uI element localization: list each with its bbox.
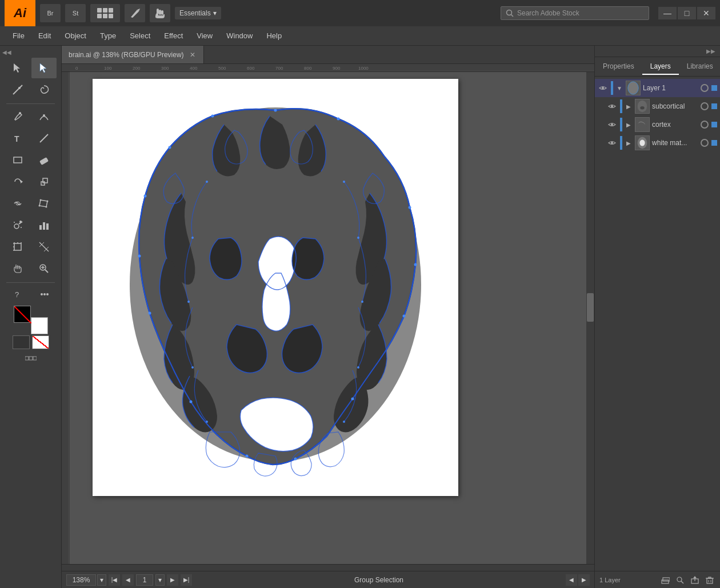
maximize-button[interactable]: □ [678, 7, 696, 19]
layer-eye-layer1[interactable] [597, 82, 609, 94]
scroll-thumb[interactable] [587, 293, 594, 322]
layer-expand-whitemat[interactable]: ▶ [625, 139, 633, 147]
magic-wand-tool[interactable] [5, 79, 30, 100]
prev-page-button[interactable]: ◀ [122, 574, 134, 586]
layer1-target-circle[interactable] [701, 84, 709, 92]
page-dropdown[interactable]: ▾ [155, 574, 165, 586]
delete-layer-icon[interactable] [704, 574, 715, 586]
layer-eye-whitemat[interactable] [606, 137, 618, 149]
vertical-scrollbar[interactable] [586, 72, 594, 564]
minimize-button[interactable]: — [658, 7, 677, 19]
layer-expand-cortex[interactable]: ▶ [625, 121, 633, 129]
scale-tool[interactable] [31, 171, 57, 192]
eraser-tool[interactable] [31, 150, 57, 170]
curvature-tool[interactable] [31, 106, 57, 127]
canvas-scroll-area[interactable] [62, 72, 594, 564]
subcortical-target-circle[interactable] [701, 102, 709, 110]
next-page-button[interactable]: ▶ [167, 574, 178, 586]
foreground-color-swatch[interactable] [14, 306, 31, 323]
layer-item-whitemat[interactable]: ▶ white mat... [595, 134, 720, 152]
tool-separator-2 [6, 282, 55, 283]
svg-rect-119 [709, 577, 711, 578]
layer-item-subcortical[interactable]: ▶ subcortical [595, 97, 720, 115]
background-color-swatch[interactable] [31, 317, 48, 334]
move-to-new-layer-icon[interactable] [689, 574, 701, 586]
menu-select[interactable]: Select [124, 29, 156, 42]
zoom-tool[interactable] [31, 258, 57, 279]
tab-properties[interactable]: Properties [595, 59, 642, 75]
artboard-icon [12, 241, 23, 253]
foreground-background-colors[interactable] [14, 306, 48, 334]
menu-object[interactable]: Object [59, 29, 92, 42]
layer-eye-cortex[interactable] [606, 119, 618, 130]
eye-icon-whitemat [608, 140, 616, 146]
doc-tab-close[interactable]: ✕ [189, 51, 197, 59]
slice-tool[interactable] [31, 237, 57, 257]
edit-toolbar-button[interactable] [32, 286, 57, 302]
stroke-swatch[interactable] [32, 335, 49, 349]
lasso-tool[interactable] [31, 79, 57, 100]
tab-layers[interactable]: Layers [642, 59, 679, 75]
layer1-color-square [711, 85, 718, 91]
close-button[interactable]: ✕ [697, 7, 715, 19]
pen-tool[interactable] [5, 106, 30, 127]
menu-type[interactable]: Type [94, 29, 122, 42]
menu-file[interactable]: File [7, 29, 30, 42]
column-chart-tool[interactable] [31, 215, 57, 235]
fill-swatch[interactable] [13, 335, 30, 349]
subcortical-thumb-icon [635, 99, 649, 114]
horizontal-scrollbar[interactable] [62, 564, 594, 571]
zoom-dropdown[interactable]: ▾ [97, 574, 106, 586]
layer-expand-subcortical[interactable]: ▶ [625, 102, 633, 110]
menu-effect[interactable]: Effect [158, 29, 189, 42]
zoom-tool-icon [38, 263, 50, 274]
artboard-tool[interactable] [5, 237, 30, 257]
menu-edit[interactable]: Edit [33, 29, 57, 42]
screen-mode-button[interactable] [11, 351, 51, 365]
layer-thumb-layer1 [626, 81, 641, 95]
rotate-tool[interactable] [5, 171, 30, 192]
layer-eye-subcortical[interactable] [606, 101, 618, 112]
bridge-button[interactable]: Br [40, 4, 61, 22]
search-input[interactable] [517, 9, 631, 17]
svg-point-104 [638, 119, 647, 130]
workspace-switcher[interactable]: Essentials ▾ [175, 7, 221, 19]
menu-window[interactable]: Window [221, 29, 258, 42]
type-tool[interactable]: T [5, 128, 30, 149]
menu-help[interactable]: Help [261, 29, 287, 42]
rectangle-tool[interactable] [5, 150, 30, 170]
first-page-button[interactable]: |◀ [109, 574, 120, 586]
workspace-icons[interactable] [90, 4, 120, 22]
direct-selection-tool[interactable] [31, 58, 57, 78]
status-nav-left[interactable]: ◀ [566, 574, 577, 586]
stock-search-box[interactable] [501, 6, 649, 20]
line-tool[interactable] [31, 128, 57, 149]
free-distort-tool[interactable] [31, 193, 57, 214]
cortex-target-circle[interactable] [701, 121, 709, 129]
panel-collapse-icon[interactable]: ▶▶ [706, 48, 715, 54]
hand-tool[interactable] [5, 258, 30, 279]
warp-tool[interactable] [5, 193, 30, 214]
extra-tools-button[interactable]: ? [5, 286, 30, 302]
whitemat-target-circle[interactable] [701, 139, 709, 147]
layer-expand-layer1[interactable]: ▼ [615, 84, 623, 92]
layer-item-layer1[interactable]: ▼ Layer 1 [595, 79, 720, 97]
symbol-sprayer-tool[interactable] [5, 215, 30, 235]
brush-button[interactable] [125, 4, 145, 22]
new-layer-from-selection-icon[interactable] [659, 574, 671, 586]
search-panel-icon[interactable] [674, 574, 686, 586]
tab-libraries[interactable]: Libraries [679, 59, 720, 75]
document-tab[interactable]: brain.ai @ 138% (RGB/GPU Preview) ✕ [62, 46, 204, 63]
layer-item-cortex[interactable]: ▶ cortex [595, 115, 720, 134]
zoom-controls: 138% ▾ [66, 574, 106, 586]
toolbar-collapse-icon[interactable]: ◀◀ [2, 49, 11, 55]
last-page-button[interactable]: ▶| [181, 574, 192, 586]
hand-tool-button[interactable] [150, 4, 170, 22]
canvas-viewport[interactable] [70, 72, 594, 564]
svg-point-108 [639, 139, 645, 146]
menu-view[interactable]: View [191, 29, 218, 42]
status-nav-right-btn[interactable]: ▶ [578, 574, 590, 586]
selection-tool[interactable] [5, 58, 30, 78]
line-icon [38, 133, 50, 144]
stock-button[interactable]: St [65, 4, 86, 22]
